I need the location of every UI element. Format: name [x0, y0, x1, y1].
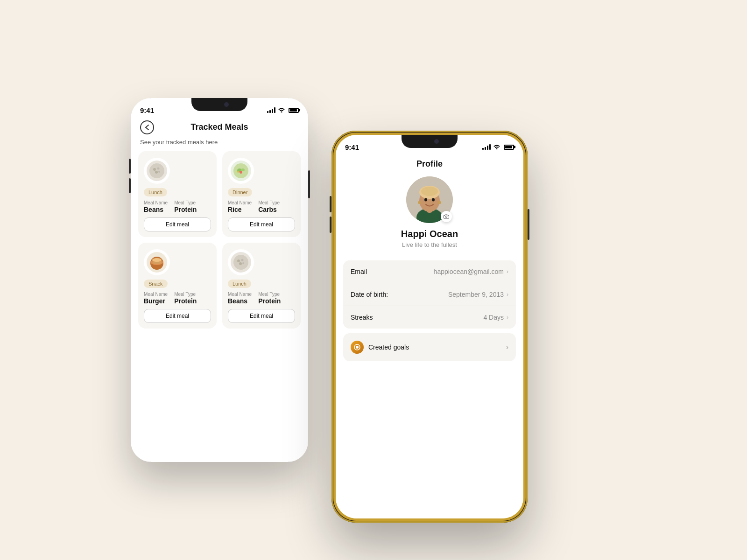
svg-point-16 [152, 258, 162, 262]
svg-point-4 [155, 171, 158, 174]
phone2-signal-icon [482, 144, 491, 150]
svg-point-11 [237, 171, 239, 173]
dob-row[interactable]: Date of birth: September 9, 2013 › [343, 283, 516, 306]
svg-point-28 [421, 187, 438, 196]
svg-point-5 [158, 171, 160, 173]
edit-meal-button-2[interactable]: Edit meal [228, 217, 295, 231]
front-camera [224, 102, 229, 107]
notch [191, 98, 247, 111]
profile-title: Profile [345, 159, 514, 169]
svg-point-32 [438, 201, 441, 204]
meal-name-label-3: Meal Name [144, 292, 168, 297]
wifi-icon [278, 107, 285, 114]
profile-bio: Live life to the fullest [345, 241, 514, 248]
phone2-volume-up-button[interactable] [330, 196, 331, 212]
meal-type-value-1: Protein [174, 206, 197, 213]
edit-meal-button-1[interactable]: Edit meal [144, 217, 211, 231]
phone2-gold-border: 9:41 [333, 133, 526, 521]
meal-type-value-3: Protein [174, 297, 197, 305]
svg-point-3 [157, 168, 160, 170]
dob-chevron-icon: › [507, 291, 508, 298]
edit-meal-button-3[interactable]: Edit meal [144, 309, 211, 323]
meal-badge-2: Dinner [228, 188, 252, 196]
phone2-status-time: 9:41 [345, 143, 359, 151]
page-title: Tracked Meals [190, 122, 248, 132]
svg-point-35 [356, 346, 359, 349]
phone2-volume-down-button[interactable] [330, 217, 331, 233]
meal-image-4 [228, 249, 254, 275]
phone2-power-button[interactable] [528, 209, 529, 240]
signal-icon [267, 107, 275, 113]
meal-badge-1: Lunch [144, 188, 167, 196]
email-row[interactable]: Email happiocean@gmail.com › [343, 260, 516, 283]
meal-type-label-4: Meal Type [258, 292, 281, 297]
svg-point-22 [242, 262, 244, 264]
meal-image-1 [144, 158, 170, 184]
meal-type-label-2: Meal Type [258, 200, 280, 205]
battery-icon [289, 108, 299, 113]
phone2-status-icons [482, 144, 514, 151]
svg-point-33 [445, 216, 447, 218]
status-time: 9:41 [140, 106, 154, 114]
svg-point-19 [237, 259, 240, 262]
phone2-front-camera [434, 139, 439, 144]
page-subtitle: See your tracked meals here [131, 137, 308, 151]
svg-point-31 [418, 201, 421, 204]
phone2-wifi-icon [493, 144, 500, 151]
svg-point-30 [432, 198, 435, 202]
streaks-chevron-icon: › [507, 314, 508, 321]
profile-name: Happi Ocean [345, 229, 514, 239]
meal-card-1: Lunch Meal Name Beans Meal Type Protein … [138, 151, 217, 237]
meal-meta-3: Meal Name Burger Meal Type Protein [144, 292, 211, 305]
meal-type-value-2: Carbs [258, 206, 277, 213]
created-goals-section: Created goals › [343, 333, 516, 361]
created-goals-row[interactable]: Created goals › [343, 333, 516, 361]
back-button[interactable] [140, 120, 154, 134]
meal-meta-2: Meal Name Rice Meal Type Carbs [228, 200, 295, 214]
meal-badge-4: Lunch [228, 280, 251, 288]
phone2-screen: 9:41 [336, 135, 523, 518]
email-value-wrap: happiocean@gmail.com › [434, 268, 508, 275]
meal-card-3: Snack Meal Name Burger Meal Type Protein… [138, 243, 217, 329]
svg-point-2 [153, 168, 156, 171]
dob-value-wrap: September 9, 2013 › [448, 291, 508, 298]
power-button[interactable] [308, 170, 310, 198]
svg-point-20 [241, 259, 244, 261]
streaks-row[interactable]: Streaks 4 Days › [343, 306, 516, 329]
email-value: happiocean@gmail.com [434, 268, 504, 275]
goals-label: Created goals [368, 343, 501, 351]
meal-name-label-1: Meal Name [144, 200, 168, 205]
scene: 9:41 [117, 70, 630, 490]
meal-meta-1: Meal Name Beans Meal Type Protein [144, 200, 211, 214]
phone1-shell: 9:41 [131, 98, 308, 462]
goals-icon [351, 341, 364, 354]
meal-card-4: Lunch Meal Name Beans Meal Type Protein … [222, 243, 301, 329]
meal-type-value-4: Protein [258, 297, 281, 305]
svg-point-9 [241, 168, 245, 171]
goals-chevron-icon: › [506, 343, 508, 351]
edit-avatar-button[interactable] [441, 211, 452, 222]
streaks-label: Streaks [351, 314, 373, 321]
avatar-wrap [406, 176, 453, 223]
meal-image-2 [228, 158, 254, 184]
phone2-notch [402, 135, 458, 148]
svg-point-21 [239, 262, 242, 265]
svg-point-10 [240, 171, 242, 174]
edit-meal-button-4[interactable]: Edit meal [228, 309, 295, 323]
meal-name-value-4: Beans [228, 297, 247, 305]
meal-image-3 [144, 249, 170, 275]
profile-rows: Email happiocean@gmail.com › Date of bir… [343, 260, 516, 329]
phone1-screen: 9:41 [131, 98, 308, 462]
svg-point-18 [233, 255, 248, 270]
streaks-value: 4 Days [483, 314, 504, 321]
meal-name-value-2: Rice [228, 206, 242, 213]
meal-meta-4: Meal Name Beans Meal Type Protein [228, 292, 295, 305]
svg-point-29 [424, 198, 427, 202]
email-chevron-icon: › [507, 268, 508, 275]
meals-grid: Lunch Meal Name Beans Meal Type Protein … [131, 151, 308, 329]
dob-label: Date of birth: [351, 291, 388, 298]
streaks-value-wrap: 4 Days › [483, 314, 508, 321]
profile-screen: 9:41 [336, 135, 523, 518]
meal-name-label-2: Meal Name [228, 200, 252, 205]
meal-name-value-3: Burger [144, 297, 165, 305]
